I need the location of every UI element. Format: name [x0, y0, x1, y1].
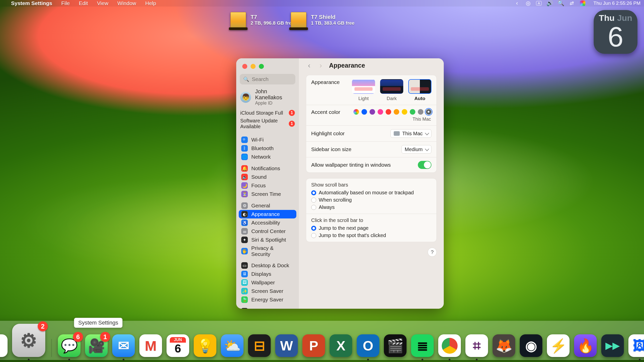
accent-color-dot[interactable]: [410, 109, 415, 115]
sidebar-item-focus[interactable]: 🌙Focus: [239, 181, 296, 190]
scrollbars-opt-auto[interactable]: Automatically based on mouse or trackpad: [311, 190, 431, 196]
sidebar-item-network[interactable]: 🌐Network: [239, 153, 296, 161]
sidebar-item-siri[interactable]: ✦Siri & Spotlight: [239, 236, 296, 244]
spotlight-icon[interactable]: 🔍: [558, 0, 564, 6]
volume-icon[interactable]: 🔊: [547, 0, 553, 6]
leaf-icon: 🍃: [241, 296, 248, 303]
dock-app-imovie[interactable]: 🎬: [384, 334, 407, 357]
dock-app-weather[interactable]: ⛅: [221, 334, 244, 357]
dock-app-calendar[interactable]: JUN 6: [167, 334, 189, 357]
dock-app-gimp[interactable]: 🦊: [493, 334, 515, 357]
sidebar-item-displays[interactable]: 🖥Displays: [239, 270, 296, 278]
sidebar-item-wifi[interactable]: ᯤWi-Fi: [239, 135, 296, 144]
menu-help[interactable]: Help: [141, 0, 160, 7]
sidebar-item-desktopdock[interactable]: ▭Desktop & Dock: [239, 261, 296, 270]
zoom-button[interactable]: [259, 64, 264, 69]
accent-color-dot[interactable]: [402, 109, 407, 115]
account-name: John Kanellakos: [255, 88, 295, 101]
sidebar-item-energysaver[interactable]: 🍃Energy Saver: [239, 295, 296, 304]
status-item[interactable]: ‹: [514, 0, 520, 6]
dock-app-messages[interactable]: 💬6: [58, 334, 80, 357]
close-button[interactable]: [242, 64, 247, 69]
dock-app-mail[interactable]: ✉︎: [112, 334, 135, 357]
radio-label: Jump to the spot that's clicked: [319, 233, 386, 238]
sidebar-item-screensaver[interactable]: ✨Screen Saver: [239, 287, 296, 295]
sidebar-item-notifications[interactable]: 🔔Notifications: [239, 164, 296, 173]
sidebar-item-sound[interactable]: 🔈Sound: [239, 173, 296, 181]
sidebar-item-accessibility[interactable]: ♿Accessibility: [239, 218, 296, 227]
menu-edit[interactable]: Edit: [75, 0, 92, 7]
search-input[interactable]: 🔍 Search: [240, 74, 295, 84]
appearance-option-light[interactable]: Light: [352, 79, 375, 101]
sidebar-item-bluetooth[interactable]: ᛒBluetooth: [239, 144, 296, 153]
menu-window[interactable]: Window: [113, 0, 140, 7]
tint-toggle[interactable]: [418, 161, 431, 169]
highlight-select[interactable]: This Mac: [390, 129, 431, 138]
dock-app-calculator[interactable]: ⊟: [248, 334, 271, 357]
word-icon: W: [275, 334, 298, 357]
menu-file[interactable]: File: [57, 0, 74, 7]
desktop-disk-t7shield[interactable]: T7 Shield 1 TB, 383.4 GB free: [291, 12, 354, 28]
dock-app-preview[interactable]: 🖼: [628, 334, 644, 357]
appearance-option-dark[interactable]: Dark: [380, 79, 403, 101]
dock-app-spotify[interactable]: ≣: [411, 334, 434, 357]
nav-back-button[interactable]: ‹: [306, 62, 312, 69]
desktop-disk-t7[interactable]: T7 2 TB, 996.8 GB free: [230, 12, 294, 28]
apple-id-row[interactable]: John Kanellakos Apple ID: [236, 87, 299, 109]
dock-app-messenger[interactable]: ⚡: [547, 334, 570, 357]
accent-color-dot[interactable]: [370, 109, 375, 115]
dock-app-systemsettings[interactable]: ⚙︎ 2: [12, 324, 45, 357]
sidebar-size-select[interactable]: Medium: [401, 145, 431, 154]
dock-app-gmail[interactable]: M: [139, 334, 162, 357]
menu-view[interactable]: View: [93, 0, 112, 7]
accent-color-dot[interactable]: [426, 109, 431, 115]
sidebar-item-screentime[interactable]: ⏳Screen Time: [239, 190, 296, 198]
alert-icloud[interactable]: iCloud Storage Full 1: [236, 109, 299, 117]
help-button[interactable]: ?: [428, 248, 437, 257]
app-menu[interactable]: System Settings: [7, 0, 56, 7]
scrollbars-opt-scrolling[interactable]: When scrolling: [311, 197, 431, 203]
accent-color-dot[interactable]: [353, 109, 359, 115]
siri-icon[interactable]: [580, 1, 585, 6]
accent-color-dot[interactable]: [386, 109, 391, 115]
sidebar-item-privacy[interactable]: 🖐Privacy & Security: [239, 244, 296, 258]
sidebar-item-wallpaper[interactable]: 🖼Wallpaper: [239, 278, 296, 287]
powerpoint-icon: P: [302, 334, 325, 357]
radio-dot: [311, 233, 316, 238]
dock-app-coolbeans[interactable]: ▶▶: [601, 334, 624, 357]
sidebar-item-appearance[interactable]: ◐Appearance: [239, 210, 296, 218]
accent-color-dot[interactable]: [394, 109, 399, 115]
alert-update[interactable]: Software Update Available 1: [236, 117, 299, 130]
sidebar-item-lockscreen[interactable]: 🔒Lock Screen: [239, 307, 296, 309]
scrollbars-opt-always[interactable]: Always: [311, 204, 431, 210]
dock-app-slack[interactable]: ⌗: [465, 334, 488, 357]
control-center-icon[interactable]: [569, 0, 575, 6]
sidebar-item-controlcenter[interactable]: ⚌Control Center: [239, 227, 296, 236]
dock-app-steam[interactable]: ◉: [520, 334, 542, 357]
scrollclick-opt-spot[interactable]: Jump to the spot that's clicked: [311, 233, 431, 238]
accent-color-dot[interactable]: [378, 109, 383, 115]
dock-app-outlook[interactable]: O: [357, 334, 379, 357]
sidebar-item-label: Wallpaper: [251, 280, 275, 286]
menubar-clock[interactable]: Thu Jun 6 2:55:26 PM: [590, 0, 640, 7]
dock-app-keep[interactable]: 💡: [194, 334, 216, 357]
dock-app-launchpad[interactable]: ⊞: [0, 334, 8, 357]
nav-forward-button[interactable]: ›: [317, 62, 324, 69]
scrollclick-opt-page[interactable]: Jump to the next page: [311, 225, 431, 231]
keyboard-input-icon[interactable]: A: [536, 1, 542, 6]
radio-label: When scrolling: [319, 197, 352, 203]
accent-color-dot[interactable]: [418, 109, 423, 115]
appearance-option-auto[interactable]: Auto: [408, 79, 431, 101]
sidebar-item-label: Appearance: [251, 211, 280, 217]
calendar-widget[interactable]: Thu Jun 6: [594, 10, 637, 54]
sidebar-item-general[interactable]: ⚙General: [239, 201, 296, 210]
dock-app-facetime[interactable]: 🎥1: [85, 334, 108, 357]
dock-app-screenshot[interactable]: 🔥: [574, 334, 597, 357]
status-item[interactable]: ◎: [525, 0, 531, 6]
dock-app-chrome[interactable]: [438, 334, 461, 357]
dock-app-powerpoint[interactable]: P: [302, 334, 325, 357]
dock-app-word[interactable]: W: [275, 334, 298, 357]
minimize-button[interactable]: [251, 64, 256, 69]
accent-color-dot[interactable]: [361, 109, 367, 115]
dock-app-excel[interactable]: X: [330, 334, 352, 357]
